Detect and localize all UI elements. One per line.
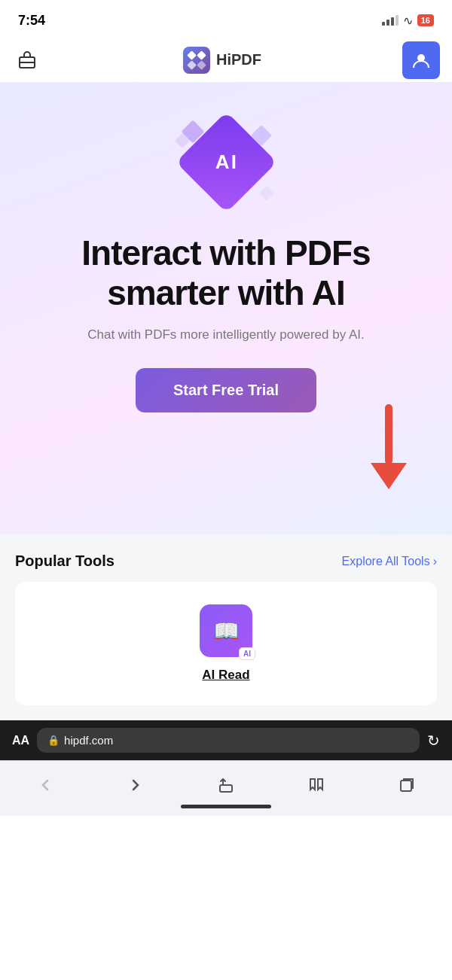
deco-diamond-br (259, 186, 274, 201)
chevron-right-icon: › (433, 555, 437, 568)
ai-text-hero: AI (215, 151, 237, 174)
bookmarks-button[interactable] (301, 772, 331, 799)
svg-rect-8 (401, 781, 411, 791)
home-indicator (181, 805, 271, 808)
hero-logo: AI (177, 113, 275, 211)
tools-section: Popular Tools Explore All Tools › 📖 AI A… (0, 534, 452, 720)
browser-url-pill[interactable]: 🔒 hipdf.com (37, 728, 420, 753)
arrow-head (371, 463, 407, 489)
signal-icon (382, 15, 399, 26)
tool-name-ai-read: AI Read (202, 668, 249, 683)
browser-bar: AA 🔒 hipdf.com ↻ (0, 720, 452, 760)
ai-badge: AI (239, 647, 255, 660)
forward-icon (127, 776, 145, 794)
arrow-shaft (385, 404, 392, 464)
tool-card-ai-read[interactable]: 📖 AI AI Read (15, 582, 437, 705)
hero-title: Interact with PDFs smarter with AI (15, 233, 437, 313)
red-arrow-container (371, 404, 407, 489)
bottom-nav (0, 760, 452, 805)
explore-all-tools-link[interactable]: Explore All Tools › (342, 555, 437, 568)
back-button[interactable] (30, 772, 60, 799)
start-free-trial-button[interactable]: Start Free Trial (136, 368, 316, 412)
book-icon: 📖 (213, 619, 240, 644)
svg-rect-7 (220, 785, 232, 792)
battery-indicator: 16 (417, 14, 434, 26)
logo-icon (183, 47, 210, 74)
logo-text: HiPDF (216, 51, 261, 68)
wifi-icon: ∿ (403, 14, 413, 28)
toolbox-icon (17, 50, 38, 71)
profile-button[interactable] (402, 41, 440, 79)
toolbox-button[interactable] (12, 45, 42, 75)
hipdf-logo[interactable]: HiPDF (183, 47, 261, 74)
svg-rect-2 (187, 50, 197, 60)
status-time: 7:54 (18, 13, 45, 29)
hero-section: AI Interact with PDFs smarter with AI Ch… (0, 83, 452, 534)
svg-rect-5 (197, 60, 206, 70)
tabs-button[interactable] (392, 772, 422, 799)
share-icon (217, 776, 235, 794)
tabs-icon (398, 776, 416, 794)
logo-diamond-svg (187, 50, 206, 70)
lock-icon: 🔒 (47, 735, 60, 746)
back-icon (36, 776, 54, 794)
tools-header: Popular Tools Explore All Tools › (15, 552, 437, 570)
profile-icon (411, 50, 432, 71)
hero-logo-container: AI (15, 113, 437, 211)
tools-section-title: Popular Tools (15, 552, 115, 570)
bookmarks-icon (307, 776, 325, 794)
nav-bar: HiPDF (0, 38, 452, 83)
svg-rect-3 (197, 50, 206, 60)
browser-aa-button[interactable]: AA (12, 734, 29, 747)
reload-icon[interactable]: ↻ (427, 732, 440, 750)
svg-rect-4 (187, 60, 197, 70)
status-icons: ∿ 16 (382, 14, 434, 28)
red-arrow (371, 404, 407, 489)
url-text: hipdf.com (64, 734, 113, 747)
home-bar (0, 805, 452, 816)
status-bar: 7:54 ∿ 16 (0, 0, 452, 38)
tool-icon-ai-read: 📖 AI (200, 604, 252, 657)
forward-button[interactable] (121, 772, 151, 799)
share-button[interactable] (211, 772, 241, 799)
hero-subtitle: Chat with PDFs more intelligently powere… (15, 325, 437, 345)
